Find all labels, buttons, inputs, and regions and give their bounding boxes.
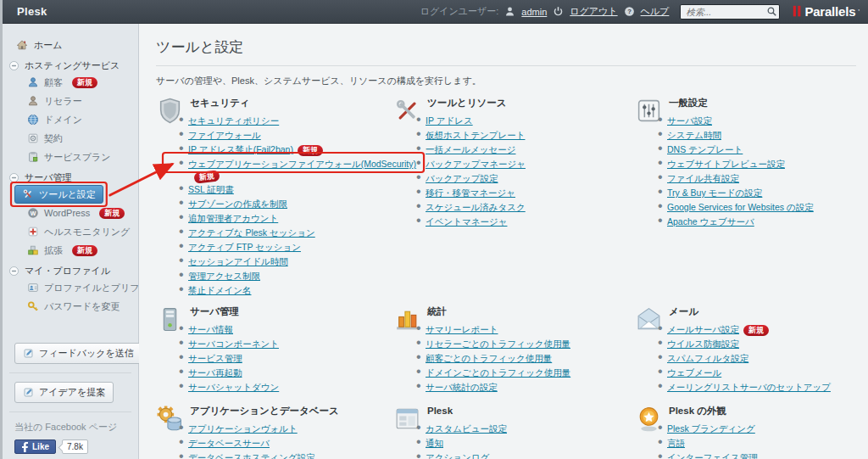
send-feedback-label: フィードバックを送信: [39, 347, 134, 360]
password-icon: [27, 300, 39, 312]
section-link[interactable]: 禁止ドメイン名: [188, 285, 251, 295]
sidebar-item-extensions[interactable]: 拡張新規: [3, 241, 138, 260]
username-link[interactable]: admin: [521, 7, 547, 17]
search-icon[interactable]: [766, 6, 777, 17]
section-link[interactable]: 通知: [426, 438, 443, 448]
section-links: Plesk ブランディング言語インターフェイス管理: [656, 420, 868, 459]
section-link[interactable]: データベースサーバ: [188, 438, 270, 448]
section-link[interactable]: スケジュール済みタスク: [426, 202, 526, 212]
sidebar-item-health-monitoring[interactable]: ヘルスモニタリング: [3, 222, 138, 241]
section-link[interactable]: ウェブアプリケーションファイアウォール(ModSecurity): [188, 159, 416, 169]
home-icon: [16, 39, 28, 51]
section-link[interactable]: 一括メールメッセージ: [426, 144, 515, 154]
section-link[interactable]: Google Services for Websites の設定: [667, 202, 814, 212]
section-link[interactable]: アクティブ FTP セッション: [188, 242, 301, 252]
section-link[interactable]: システム時間: [667, 130, 721, 140]
section-link[interactable]: セキュリティポリシー: [188, 115, 279, 126]
section-link[interactable]: サーバ統計の設定: [426, 382, 498, 392]
sidebar-item-label: ホーム: [34, 39, 63, 52]
section-link[interactable]: DNS テンプレート: [667, 144, 743, 154]
section-link[interactable]: カスタムビュー設定: [426, 423, 507, 434]
section-link[interactable]: サーバ設定: [667, 115, 712, 126]
section-link[interactable]: サブゾーンの作成を制限: [188, 199, 287, 209]
link-item: アクティブな Plesk セッション: [177, 224, 315, 238]
sidebar-nav: ホームホスティングサービス顧客新規リセラードメイン契約サービスプランサーバ管理ツ…: [3, 36, 138, 316]
section-link[interactable]: アクティブな Plesk セッション: [188, 227, 315, 238]
section-link[interactable]: ドメインごとのトラフィック使用量: [426, 367, 570, 378]
section-link[interactable]: サーバシャットダウン: [188, 382, 279, 392]
sidebar-item-profile-preferences[interactable]: プロファイルとプリファレンス: [3, 278, 138, 297]
section-link[interactable]: サーバ再起動: [188, 367, 242, 378]
section-link[interactable]: バックアップマネージャ: [426, 159, 526, 169]
section-link[interactable]: 移行・移管マネージャ: [426, 188, 515, 198]
minus-circle-icon: [8, 60, 19, 71]
app-title: Plesk: [17, 5, 47, 18]
section-link[interactable]: イベントマネージャ: [426, 216, 507, 227]
sidebar-item-subscriptions[interactable]: 契約: [3, 129, 138, 148]
sidebar-item-label: サービスプラン: [44, 151, 111, 164]
section-link[interactable]: ウェブサイトプレビュー設定: [667, 159, 785, 169]
section-link[interactable]: サーバ情報: [188, 324, 233, 334]
section-link[interactable]: Apache ウェブサーバ: [667, 216, 754, 227]
link-item: ウェブサイトプレビュー設定: [656, 155, 785, 170]
section-title: メール: [669, 305, 868, 317]
section-link[interactable]: ウイルス防御設定: [667, 339, 739, 349]
sidebar-section-header-hosting-services[interactable]: ホスティングサービス: [3, 58, 138, 73]
sidebar-item-label: リセラー: [44, 95, 82, 108]
sidebar-item-resellers[interactable]: リセラー: [3, 92, 138, 110]
section-link[interactable]: ファイル共有設定: [667, 173, 739, 183]
help-link[interactable]: ヘルプ: [641, 5, 670, 18]
section-link[interactable]: Try & Buy モードの設定: [667, 188, 762, 198]
section-link[interactable]: メールサーバ設定: [667, 324, 739, 334]
sidebar-item-change-password[interactable]: パスワードを変更: [3, 297, 138, 316]
section-link[interactable]: アクションログ: [426, 452, 489, 459]
link-item: カスタムビュー設定: [415, 420, 507, 434]
section-link[interactable]: セッションアイドル時間: [188, 256, 288, 266]
sidebar-item-domains[interactable]: ドメイン: [3, 110, 138, 129]
section-link[interactable]: サマリーレポート: [426, 324, 498, 334]
wordpress-icon: W: [27, 207, 39, 219]
section-link[interactable]: データベースホスティング設定: [188, 452, 314, 459]
sidebar-item-label: ヘルスモニタリング: [44, 226, 130, 238]
sidebar-item-customers[interactable]: 顧客新規: [3, 73, 138, 92]
sidebar-item-home[interactable]: ホーム: [3, 36, 138, 54]
section-link[interactable]: IP アドレス: [426, 115, 473, 126]
search-input[interactable]: [680, 4, 780, 20]
section-link[interactable]: 仮想ホストテンプレート: [426, 130, 525, 140]
section-link[interactable]: SSL 証明書: [188, 184, 234, 194]
section-link[interactable]: アプリケーションヴォルト: [188, 423, 298, 434]
sidebar-item-tools-settings[interactable]: ツールと設定: [14, 185, 103, 204]
section-link[interactable]: Plesk ブランディング: [667, 423, 755, 434]
sidebar-item-label: 契約: [44, 132, 63, 145]
facebook-like-button[interactable]: Like: [14, 439, 56, 454]
section-link[interactable]: 言語: [667, 438, 685, 448]
section-link[interactable]: インターフェイス管理: [667, 452, 758, 459]
section-link[interactable]: 管理アクセス制限: [188, 271, 260, 281]
section-link[interactable]: サービス管理: [188, 353, 242, 363]
sidebar-item-service-plans[interactable]: サービスプラン: [3, 148, 138, 166]
section-link[interactable]: リセラーごとのトラフィック使用量: [426, 339, 570, 349]
section-apps-databases: アプリケーションとデータベースアプリケーションヴォルトデータベースサーバデータベ…: [156, 405, 393, 459]
section-link[interactable]: ウェブメール: [667, 367, 721, 378]
suggest-idea-button[interactable]: アイデアを提案: [14, 382, 114, 403]
sidebar-section-header-server-management[interactable]: サーバ管理: [3, 170, 138, 185]
section-links: メールサーバ設定新規ウイルス防御設定スパムフィルタ設定ウェブメールメーリングリス…: [656, 321, 868, 393]
suggest-idea-label: アイデアを提案: [39, 386, 105, 399]
section-links: カスタムビュー設定通知アクションログ: [415, 420, 631, 459]
section-link[interactable]: スパムフィルタ設定: [667, 353, 748, 363]
section-title: 統計: [427, 305, 631, 317]
section-link[interactable]: バックアップ設定: [426, 173, 498, 183]
section-link[interactable]: ファイアウォール: [188, 130, 261, 140]
section-link[interactable]: サーバコンポーネント: [188, 339, 279, 349]
link-item: 顧客ごとのトラフィック使用量: [415, 350, 552, 364]
section-link[interactable]: IP アドレス禁止(Fail2ban): [188, 144, 293, 154]
link-item: SSL 証明書: [177, 181, 234, 195]
section-link[interactable]: メーリングリストサーバのセットアップ: [667, 382, 831, 392]
section-link[interactable]: 追加管理者アカウント: [188, 213, 278, 223]
section-link[interactable]: 顧客ごとのトラフィック使用量: [426, 353, 552, 363]
link-item: Google Services for Websites の設定: [656, 199, 814, 213]
logout-link[interactable]: ログアウト: [570, 5, 617, 18]
sidebar-item-wordpress[interactable]: WWordPress新規: [3, 204, 138, 222]
sidebar-section-header-my-profile[interactable]: マイ・プロファイル: [3, 263, 138, 278]
send-feedback-button[interactable]: フィードバックを送信: [14, 343, 142, 364]
